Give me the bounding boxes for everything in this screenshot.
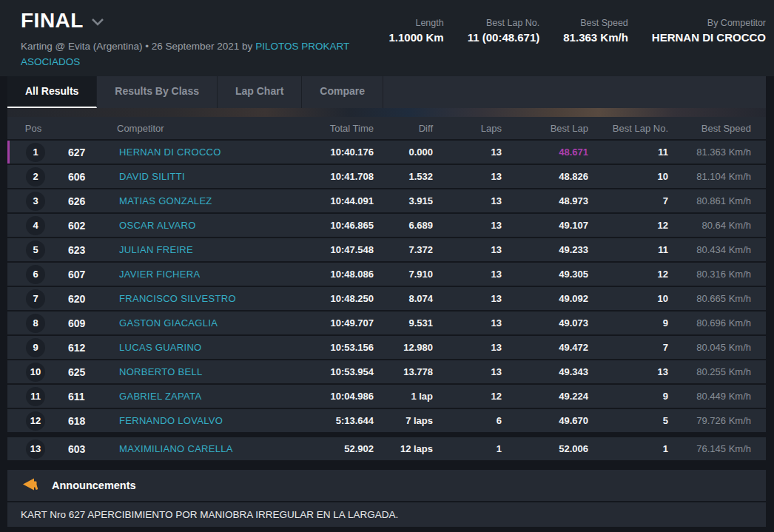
col-best-lap-no: Best Lap No. [588,123,668,134]
best-speed: 80.449 Km/h [668,391,751,402]
position-badge: 12 [26,411,45,431]
total-time: 10:44.091 [292,195,374,206]
stat-label: By Competitor [652,18,766,28]
tab-compare[interactable]: Compare [302,76,383,108]
table-row[interactable]: 7 620 FRANCISCO SILVESTRO 10:48.250 8.07… [7,287,766,310]
col-best-lap: Best Lap [502,123,588,134]
tab-results-by-class[interactable]: Results By Class [97,76,218,108]
best-speed: 80.64 Km/h [668,220,751,231]
col-laps: Laps [433,123,502,134]
best-lap-no: 11 [588,244,668,255]
best-lap-no: 7 [588,195,668,206]
chevron-down-icon[interactable] [91,16,104,30]
total-time: 10:40.176 [292,147,374,158]
table-row[interactable]: 9 612 LUCAS GUARINO 10:53.156 12.980 13 … [7,336,766,359]
tab-lap-chart[interactable]: Lap Chart [218,76,302,108]
tab-all-results[interactable]: All Results [7,76,97,108]
table-row[interactable]: 12 618 FERNANDO LOVALVO 5:13.644 7 laps … [7,409,766,432]
competitor-name[interactable]: HERNAN DI CROCCO [102,147,292,158]
announcements-panel: Announcements KART Nro 627 APERCIBIMIENT… [7,470,766,527]
best-lap: 48.671 [502,147,588,158]
position-badge: 3 [26,192,45,211]
table-header: Pos Competitor Total Time Diff Laps Best… [7,117,766,139]
position-badge: 6 [26,265,45,284]
kart-number: 607 [61,269,102,280]
total-time: 10:48.250 [292,293,374,304]
best-speed: 79.726 Km/h [668,415,751,426]
laps: 13 [433,244,502,255]
position-badge: 11 [26,387,45,406]
laps: 13 [433,317,502,329]
diff: 3.915 [374,195,433,206]
event-subtitle: Karting @ Evita (Argentina) • 26 Septemb… [21,38,363,70]
table-row[interactable]: 3 626 MATIAS GONZALEZ 10:44.091 3.915 13… [7,189,766,212]
stat-value: 1.1000 Km [388,31,443,44]
competitor-name[interactable]: LUCAS GUARINO [102,342,292,353]
event-header: FINAL Karting @ Evita (Argentina) • 26 S… [0,0,774,76]
table-row[interactable]: 4 602 OSCAR ALVARO 10:46.865 6.689 13 49… [7,214,766,237]
competitor-name[interactable]: GASTON GIACAGLIA [102,317,292,329]
best-lap-no: 9 [588,317,668,329]
diff: 7 laps [374,415,433,426]
diff: 8.074 [374,293,433,304]
competitor-name[interactable]: DAVID SILITTI [102,171,292,182]
col-best-speed: Best Speed [668,123,751,134]
diff: 7.910 [374,269,433,280]
laps: 1 [433,443,502,454]
best-lap: 49.305 [502,269,588,280]
competitor-name[interactable]: MATIAS GONZALEZ [102,195,292,206]
best-lap: 49.233 [502,244,588,255]
session-selector[interactable]: FINAL [21,9,104,33]
position-cell: 10 [10,363,61,382]
total-time: 10:04.986 [292,391,374,402]
best-speed: 80.861 Km/h [668,195,751,206]
total-time: 52.902 [292,443,374,454]
position-cell: 11 [10,387,61,406]
stat-label: Best Lap No. [468,18,540,28]
total-time: 10:46.865 [292,220,374,231]
table-row[interactable]: 6 607 JAVIER FICHERA 10:48.086 7.910 13 … [7,263,766,286]
position-cell: 12 [10,411,61,431]
total-time: 10:47.548 [292,244,374,255]
best-lap-no: 10 [588,171,668,182]
position-cell: 1 [10,143,61,162]
total-time: 10:48.086 [292,269,374,280]
diff: 0.000 [374,147,433,158]
best-speed: 80.434 Km/h [668,244,751,255]
stat-best-lap-no: Best Lap No. 11 (00:48.671) [468,18,540,44]
competitor-name[interactable]: NORBERTO BELL [102,366,292,377]
stat-best-speed: Best Speed 81.363 Km/h [563,18,628,44]
best-lap: 49.472 [502,342,588,353]
best-speed: 81.104 Km/h [668,171,751,182]
competitor-name[interactable]: FERNANDO LOVALVO [102,415,292,426]
table-row[interactable]: 2 606 DAVID SILITTI 10:41.708 1.532 13 4… [7,165,766,188]
laps: 13 [433,342,502,353]
table-row[interactable]: 5 623 JULIAN FREIRE 10:47.548 7.372 13 4… [7,238,766,261]
table-row[interactable]: 13 603 MAXIMILIANO CARELLA 52.902 12 lap… [7,437,766,460]
kart-number: 626 [61,195,102,207]
competitor-name[interactable]: MAXIMILIANO CARELLA [102,443,292,454]
table-row[interactable]: 11 611 GABRIEL ZAPATA 10:04.986 1 lap 12… [7,385,766,408]
best-lap-no: 12 [588,220,668,231]
position-cell: 5 [10,240,61,260]
competitor-name[interactable]: OSCAR ALVARO [102,220,292,231]
competitor-name[interactable]: JAVIER FICHERA [102,269,292,280]
best-lap: 49.107 [502,220,588,231]
best-lap: 49.224 [502,391,588,402]
stat-label: Best Speed [563,18,628,28]
kart-number: 620 [61,293,102,305]
table-row[interactable]: 10 625 NORBERTO BELL 10:53.954 13.778 13… [7,360,766,383]
diff: 12.980 [374,342,433,353]
competitor-name[interactable]: GABRIEL ZAPATA [102,391,292,402]
competitor-name[interactable]: JULIAN FREIRE [102,244,292,255]
kart-number: 625 [61,366,102,378]
stat-value: HERNAN DI CROCCO [652,31,766,44]
diff: 1.532 [374,171,433,182]
kart-number: 611 [61,391,102,403]
competitor-name[interactable]: FRANCISCO SILVESTRO [102,293,292,304]
stat-by-competitor: By Competitor HERNAN DI CROCCO [652,18,766,44]
table-row[interactable]: 1 627 HERNAN DI CROCCO 10:40.176 0.000 1… [7,141,766,164]
best-lap: 49.073 [502,317,588,329]
table-row[interactable]: 8 609 GASTON GIACAGLIA 10:49.707 9.531 1… [7,312,766,334]
col-diff: Diff [374,123,433,134]
